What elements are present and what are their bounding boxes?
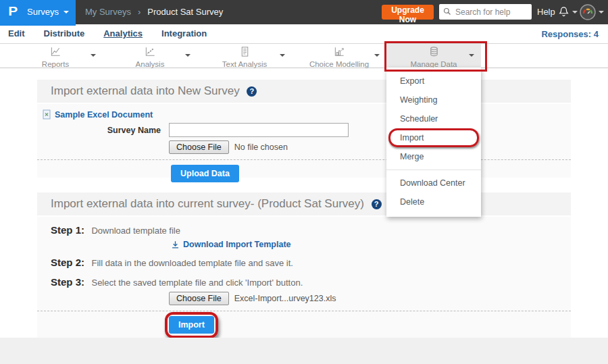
step-2: Step 2: Fill data in the downloaded temp… [51, 257, 571, 269]
avatar[interactable] [580, 4, 596, 20]
step-3-label: Step 3: [51, 276, 84, 288]
breadcrumb-current-survey: Product Sat Survey [147, 7, 223, 17]
surveys-menu[interactable]: Surveys [27, 7, 59, 17]
responses-count[interactable]: Responses: 4 [541, 29, 599, 39]
chevron-down-icon[interactable] [599, 11, 604, 14]
survey-nav: Edit Distribute Analytics Integration Re… [0, 26, 608, 44]
tab-analytics[interactable]: Analytics [103, 28, 143, 38]
toolbar-item-label: Text Analysis [197, 60, 292, 68]
document-icon [239, 46, 251, 57]
upload-data-button[interactable]: Upload Data [171, 165, 239, 182]
dashed-divider [37, 159, 571, 160]
scatter-chart-icon [145, 46, 156, 57]
download-import-template-link[interactable]: Download Import Template [183, 240, 291, 249]
step-3-text: Select the saved template file and click… [91, 278, 303, 288]
menu-item-export[interactable]: Export [386, 72, 481, 90]
section-title: Import external data into current survey… [51, 197, 364, 210]
line-chart-icon [50, 46, 61, 57]
database-icon [428, 46, 440, 57]
tab-edit[interactable]: Edit [8, 28, 25, 38]
chevron-down-icon [64, 11, 69, 14]
step-1-label: Step 1: [51, 224, 84, 236]
step-3: Step 3: Select the saved template file a… [51, 276, 571, 288]
excel-file-icon [43, 109, 51, 120]
choose-file-button[interactable]: Choose File [169, 140, 229, 154]
notifications-bell-icon[interactable] [558, 5, 569, 20]
step-2-text: Fill data in the downloaded template fil… [91, 258, 293, 268]
manage-data-menu: Export Weighting Scheduler Import Merge … [386, 68, 481, 217]
menu-item-download-center[interactable]: Download Center [386, 174, 481, 192]
chevron-down-icon[interactable] [185, 54, 191, 57]
step-1-text: Download template file [91, 226, 180, 236]
toolbar-item-label: Choice Modelling [292, 60, 386, 68]
breadcrumb-my-surveys[interactable]: My Surveys [85, 7, 131, 17]
tab-integration[interactable]: Integration [161, 28, 207, 38]
chevron-down-icon[interactable] [91, 54, 96, 57]
help-icon[interactable]: ? [372, 199, 382, 209]
bar-chart-icon [334, 46, 345, 57]
upgrade-now-button[interactable]: Upgrade Now [382, 5, 434, 20]
import-button[interactable]: Import [169, 316, 214, 334]
toolbar-item-label: Reports [8, 60, 103, 68]
menu-item-scheduler[interactable]: Scheduler [386, 109, 481, 128]
menu-item-delete[interactable]: Delete [386, 192, 481, 211]
help-link[interactable]: Help [537, 7, 555, 17]
toolbar-item-choice-modelling[interactable]: Choice Modelling [292, 44, 386, 68]
no-file-chosen-text: No file chosen [234, 142, 288, 152]
section-title-bar: Import external data into New Survey ? [37, 80, 571, 104]
toolbar-item-analysis[interactable]: Analysis [103, 44, 197, 68]
selected-file-name: Excel-Import...urvey123.xls [234, 294, 336, 303]
download-icon [171, 240, 180, 249]
help-icon[interactable]: ? [247, 86, 257, 97]
menu-item-import[interactable]: Import [386, 128, 481, 147]
menu-divider [386, 170, 481, 170]
breadcrumb: My Surveys›Product Sat Survey [85, 7, 223, 17]
toolbar-item-manage-data[interactable]: Manage Data [386, 44, 481, 68]
menu-item-weighting[interactable]: Weighting [386, 90, 481, 109]
toolbar-item-label: Analysis [103, 60, 197, 68]
page-footer-strip [0, 338, 608, 364]
breadcrumb-separator: › [138, 7, 141, 17]
questionpro-logo: P [8, 4, 18, 19]
chevron-down-icon[interactable] [572, 11, 578, 14]
import-new-survey-section: Import external data into New Survey ? S… [37, 80, 571, 178]
step-2-label: Step 2: [51, 257, 84, 268]
import-current-survey-section: Import external data into current survey… [37, 192, 571, 338]
search-icon [443, 7, 451, 16]
analytics-toolbar: Reports Analysis Text Analysis [0, 44, 608, 68]
chevron-down-icon[interactable] [374, 54, 380, 57]
section-title: Import external data into New Survey [51, 84, 240, 97]
choose-file-button[interactable]: Choose File [169, 292, 229, 305]
section-title-bar: Import external data into current survey… [37, 192, 571, 217]
survey-name-label: Survey Name [37, 126, 161, 135]
toolbar-item-reports[interactable]: Reports [8, 44, 103, 68]
dashed-divider [37, 311, 571, 311]
top-header: My Surveys›Product Sat Survey Upgrade No… [0, 0, 608, 24]
help-search-box [439, 4, 532, 20]
chevron-down-icon[interactable] [280, 54, 285, 57]
survey-name-input[interactable] [169, 123, 349, 137]
toolbar-item-text-analysis[interactable]: Text Analysis [197, 44, 292, 68]
menu-item-merge[interactable]: Merge [386, 147, 481, 166]
gauge-avatar-icon [580, 4, 596, 20]
step-1: Step 1: Download template file [51, 224, 571, 236]
chevron-down-icon[interactable] [469, 54, 474, 57]
tab-distribute[interactable]: Distribute [44, 28, 85, 38]
search-input[interactable] [454, 5, 531, 19]
app-logo-block[interactable]: P Surveys [0, 0, 76, 26]
sample-excel-document-link[interactable]: Sample Excel Document [55, 110, 153, 120]
